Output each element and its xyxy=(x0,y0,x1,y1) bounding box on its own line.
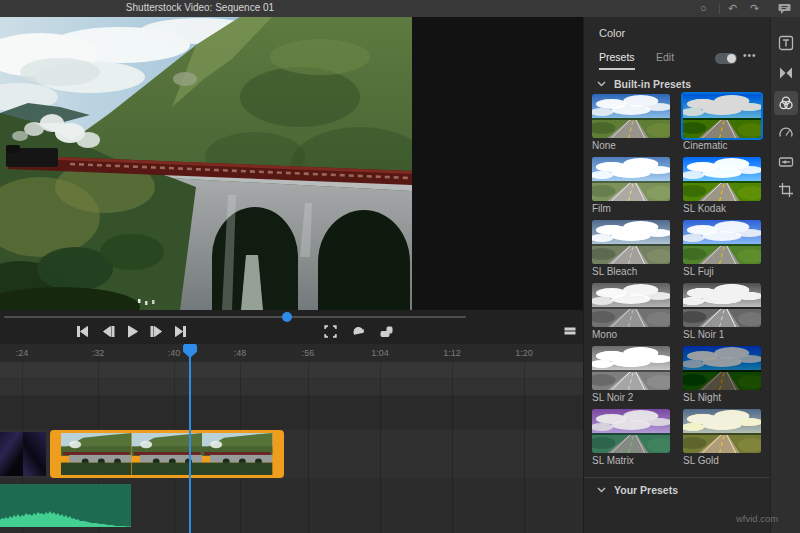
color-panel: Color Presets Edit ••• Built-in Presets … xyxy=(583,17,770,533)
clip-thumbnail xyxy=(61,433,132,475)
ruler-tick: :56 xyxy=(292,348,324,358)
ruler-tick: :32 xyxy=(82,348,114,358)
preset-thumbnail xyxy=(592,409,670,453)
preset-thumbnail xyxy=(592,157,670,201)
ruler-tick: :48 xyxy=(224,348,256,358)
go-to-start-button[interactable] xyxy=(74,323,90,339)
preset-film[interactable]: Film xyxy=(592,157,670,215)
play-button[interactable] xyxy=(124,323,140,339)
preset-none[interactable]: None xyxy=(592,94,670,152)
audio-clip[interactable] xyxy=(0,484,131,527)
video-clip-selected[interactable] xyxy=(50,430,284,478)
program-monitor[interactable] xyxy=(0,17,583,310)
audio-icon[interactable] xyxy=(778,154,794,170)
feedback-icon[interactable] xyxy=(778,3,791,17)
step-forward-button[interactable] xyxy=(148,323,164,339)
video-clip-dark[interactable] xyxy=(0,432,46,476)
transport-bar xyxy=(0,310,583,344)
ruler-tick: 1:12 xyxy=(436,348,468,358)
section-your-presets[interactable]: Your Presets xyxy=(597,484,678,496)
clip-thumbnail xyxy=(132,433,203,475)
video-frame-train-viaduct xyxy=(0,17,412,310)
divider: | xyxy=(718,1,721,15)
section-built-in-presets[interactable]: Built-in Presets xyxy=(597,78,691,90)
watermark: wfvid.com xyxy=(736,513,778,524)
preset-thumbnail xyxy=(592,220,670,264)
section-divider xyxy=(584,477,771,478)
color-icon[interactable] xyxy=(778,95,794,111)
scrubber-handle[interactable] xyxy=(282,312,292,322)
preset-sl-noir-2[interactable]: SL Noir 2 xyxy=(592,346,670,404)
title-bar: Shutterstock Video: Sequence 01 ○ | ↶ ↷ xyxy=(0,0,800,17)
preset-thumbnail xyxy=(592,94,670,138)
transitions-icon[interactable] xyxy=(778,65,794,81)
preset-thumbnail xyxy=(683,157,761,201)
fullscreen-button[interactable] xyxy=(322,323,338,339)
preset-thumbnail xyxy=(592,283,670,327)
preset-sl-kodak[interactable]: SL Kodak xyxy=(683,157,761,215)
track-lane xyxy=(0,396,583,429)
ruler-tick: 1:20 xyxy=(508,348,540,358)
sequence-title: Shutterstock Video: Sequence 01 xyxy=(100,2,300,13)
ruler-tick: 1:04 xyxy=(364,348,396,358)
tab-edit[interactable]: Edit xyxy=(656,51,674,68)
step-back-button[interactable] xyxy=(100,323,116,339)
more-options-icon[interactable]: ••• xyxy=(743,50,757,61)
preset-mono[interactable]: Mono xyxy=(592,283,670,341)
app-window: Shutterstock Video: Sequence 01 ○ | ↶ ↷ xyxy=(0,0,800,533)
track-lane xyxy=(0,362,583,378)
preset-sl-noir-1[interactable]: SL Noir 1 xyxy=(683,283,761,341)
timeline-settings-icon[interactable] xyxy=(562,323,578,339)
chevron-down-icon xyxy=(597,487,606,493)
preset-sl-bleach[interactable]: SL Bleach xyxy=(592,220,670,278)
preset-cinematic[interactable]: Cinematic xyxy=(683,94,761,152)
tool-sidebar xyxy=(770,17,800,533)
playhead[interactable] xyxy=(189,352,191,533)
tab-presets[interactable]: Presets xyxy=(599,51,635,70)
panel-title: Color xyxy=(599,27,625,39)
status-circle-icon[interactable]: ○ xyxy=(700,1,707,15)
preset-sl-night[interactable]: SL Night xyxy=(683,346,761,404)
preset-sl-matrix[interactable]: SL Matrix xyxy=(592,409,670,467)
timeline-ruler[interactable]: :24 :32 :40 :48 :56 1:04 1:12 1:20 xyxy=(0,344,583,362)
preset-thumbnail-selected xyxy=(683,94,761,138)
go-to-end-button[interactable] xyxy=(172,323,188,339)
preset-grid: None Cinematic Film SL Kodak SL Bleach S… xyxy=(592,94,761,467)
timeline-tracks[interactable] xyxy=(0,362,583,533)
preset-thumbnail xyxy=(683,409,761,453)
loop-button[interactable] xyxy=(350,323,366,339)
speed-icon[interactable] xyxy=(778,125,794,141)
crop-rotate-icon[interactable] xyxy=(778,182,794,198)
toggle-knob xyxy=(727,54,736,63)
preset-thumbnail xyxy=(592,346,670,390)
playback-quality-icon[interactable] xyxy=(378,323,394,339)
redo-icon[interactable]: ↷ xyxy=(750,1,759,15)
color-enabled-toggle[interactable] xyxy=(715,53,737,64)
undo-icon[interactable]: ↶ xyxy=(728,1,737,15)
preview-scrubber[interactable] xyxy=(4,316,466,318)
clip-thumbnail xyxy=(202,433,273,475)
titles-icon[interactable] xyxy=(778,35,794,51)
preset-thumbnail xyxy=(683,283,761,327)
track-lane xyxy=(0,379,583,395)
preset-sl-gold[interactable]: SL Gold xyxy=(683,409,761,467)
ruler-tick: :24 xyxy=(6,348,38,358)
preset-thumbnail xyxy=(683,220,761,264)
chevron-down-icon xyxy=(597,81,606,87)
preset-sl-fuji[interactable]: SL Fuji xyxy=(683,220,761,278)
preset-thumbnail xyxy=(683,346,761,390)
